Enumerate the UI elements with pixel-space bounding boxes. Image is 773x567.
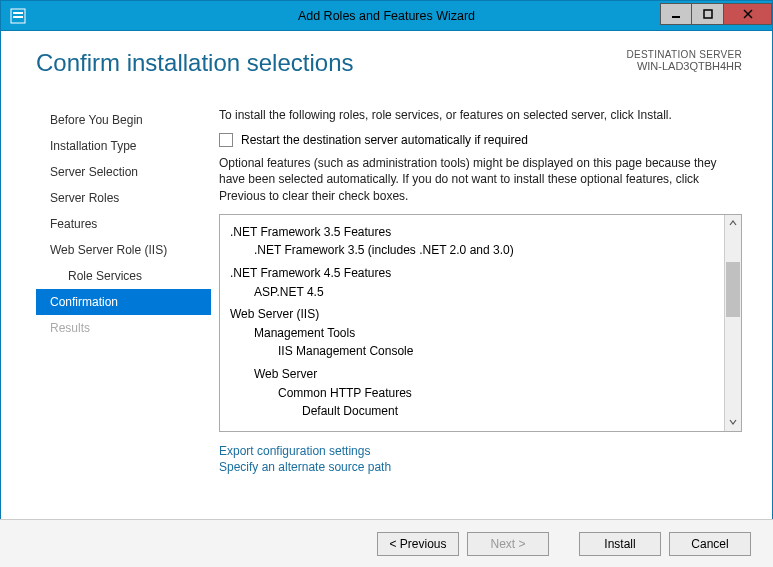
cancel-button[interactable]: Cancel [669,532,751,556]
nav-features[interactable]: Features [36,211,211,237]
scroll-track[interactable] [725,232,741,414]
alt-source-link[interactable]: Specify an alternate source path [219,460,742,474]
wizard-nav: Before You Begin Installation Type Serve… [36,107,211,476]
nav-results: Results [36,315,211,341]
window-title: Add Roles and Features Wizard [1,9,772,23]
feature-item: Common HTTP Features [230,384,720,403]
feature-item: ASP.NET 4.5 [230,283,720,302]
titlebar: Add Roles and Features Wizard [1,1,772,31]
scroll-thumb[interactable] [726,262,740,317]
minimize-button[interactable] [660,3,692,25]
feature-item: Web Server (IIS) [230,305,720,324]
nav-confirmation[interactable]: Confirmation [36,289,211,315]
wizard-footer: < Previous Next > Install Cancel [0,519,773,567]
instruction-text: To install the following roles, role ser… [219,107,742,123]
scroll-up-icon[interactable] [725,215,741,232]
export-config-link[interactable]: Export configuration settings [219,444,742,458]
nav-before-you-begin[interactable]: Before You Begin [36,107,211,133]
svg-rect-2 [13,16,23,18]
feature-list: .NET Framework 3.5 Features .NET Framewo… [220,215,724,431]
window-controls [660,7,772,25]
optional-features-text: Optional features (such as administratio… [219,155,742,204]
app-icon [7,5,29,27]
feature-item: Management Tools [230,324,720,343]
restart-checkbox-label: Restart the destination server automatic… [241,133,528,147]
destination-server-box: DESTINATION SERVER WIN-LAD3QTBH4HR [626,49,742,72]
nav-installation-type[interactable]: Installation Type [36,133,211,159]
restart-checkbox[interactable] [219,133,233,147]
nav-role-services[interactable]: Role Services [36,263,211,289]
feature-item: Web Server [230,365,720,384]
svg-rect-1 [13,12,23,14]
destination-value: WIN-LAD3QTBH4HR [626,60,742,72]
maximize-button[interactable] [692,3,724,25]
feature-scrollbar[interactable] [724,215,741,431]
feature-item: .NET Framework 3.5 (includes .NET 2.0 an… [230,241,720,260]
nav-server-roles[interactable]: Server Roles [36,185,211,211]
feature-item: IIS Management Console [230,342,720,361]
feature-item: Default Document [230,402,720,421]
nav-web-server-role[interactable]: Web Server Role (IIS) [36,237,211,263]
close-button[interactable] [724,3,772,25]
feature-item: .NET Framework 4.5 Features [230,264,720,283]
next-button: Next > [467,532,549,556]
nav-server-selection[interactable]: Server Selection [36,159,211,185]
previous-button[interactable]: < Previous [377,532,459,556]
destination-label: DESTINATION SERVER [626,49,742,60]
svg-rect-4 [704,10,712,18]
feature-item: .NET Framework 3.5 Features [230,223,720,242]
install-button[interactable]: Install [579,532,661,556]
feature-list-box: .NET Framework 3.5 Features .NET Framewo… [219,214,742,432]
scroll-down-icon[interactable] [725,414,741,431]
